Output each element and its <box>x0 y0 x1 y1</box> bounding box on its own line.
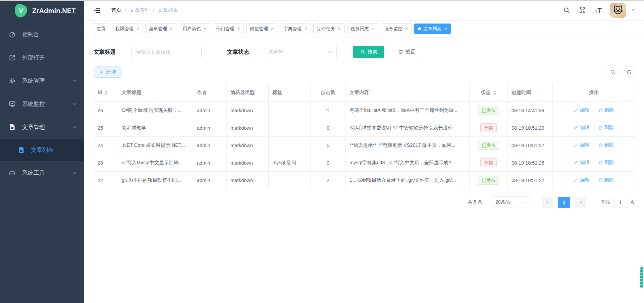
sidebar-item-label: 系统工具 <box>22 169 45 177</box>
reset-button[interactable]: 重置 <box>392 46 421 58</box>
article-title-input[interactable] <box>131 46 202 58</box>
fullscreen-icon[interactable] <box>579 7 586 14</box>
tab-menu[interactable]: 菜单管理✕ <box>145 24 176 34</box>
breadcrumb-article-list[interactable]: 文章列表 <box>158 7 178 13</box>
sort-icon[interactable] <box>493 90 496 95</box>
plus-icon: ＋ <box>99 69 104 75</box>
sidebar-item-article-list[interactable]: 文章列表 <box>0 139 84 161</box>
column-header-status[interactable]: 状态 <box>470 83 508 102</box>
sidebar-item-label: 文章列表 <box>31 146 54 154</box>
close-icon[interactable]: ✕ <box>136 27 139 31</box>
main-area: 首页 / 文章管理 / 文章列表 TT 🐱 首页 权限管理✕ 菜单管理 <box>84 0 644 208</box>
prev-page-button[interactable] <box>542 197 553 208</box>
pencil-icon <box>574 108 578 113</box>
edit-button[interactable]: 编辑 <box>574 177 589 183</box>
logo-icon: V <box>15 4 27 17</box>
sidebar-item-external-open[interactable]: 外部打开 <box>0 46 84 69</box>
sidebar-item-label: 系统管理 <box>22 77 45 85</box>
status-badge: 已发布 <box>478 141 499 150</box>
trash-icon <box>598 160 603 165</box>
sidebar-item-label: 系统监控 <box>22 100 45 108</box>
font-size-icon[interactable]: TT <box>595 7 602 14</box>
close-icon[interactable]: ✕ <box>203 27 206 31</box>
sidebar-item-system-tools[interactable]: 系统工具 <box>0 161 84 184</box>
close-icon[interactable]: ✕ <box>405 27 408 31</box>
gear-icon <box>9 77 16 84</box>
tab-permission[interactable]: 权限管理✕ <box>112 24 143 34</box>
sidebar-item-system-management[interactable]: 系统管理 <box>0 69 84 92</box>
app-title: ZrAdmin.NET <box>32 7 76 15</box>
search-button[interactable]: 搜索 <box>353 46 384 58</box>
edit-button[interactable]: 编辑 <box>574 125 589 131</box>
sidebar-item-dashboard[interactable]: 控制台 <box>0 23 84 46</box>
sidebar-item-label: 外部打开 <box>22 54 45 61</box>
delete-button[interactable]: 删除 <box>598 107 614 113</box>
refresh-button[interactable] <box>623 66 635 78</box>
page-size-select[interactable]: 20条/页 <box>490 197 531 208</box>
edit-button[interactable]: 编辑 <box>574 107 589 113</box>
next-page-button[interactable] <box>575 197 586 208</box>
breadcrumb-home[interactable]: 首页 <box>111 7 121 13</box>
close-icon[interactable]: ✕ <box>170 27 173 31</box>
breadcrumb: 首页 / 文章管理 / 文章列表 <box>111 7 178 13</box>
page-content: 文章标题 文章状态 请选择 搜索 重置 <box>84 46 644 208</box>
column-header-actions: 操作 <box>553 83 635 102</box>
tab-service-monitor[interactable]: 服务监控✕ <box>381 24 412 34</box>
edit-button[interactable]: 编辑 <box>574 160 589 166</box>
tab-post[interactable]: 岗位管理✕ <box>246 24 277 34</box>
table-header-row: id 文章标题 作者 编辑器类型 标签 点击量 文章内容 状态 创建时间 操作 <box>94 83 635 102</box>
breadcrumb-separator: / <box>125 7 126 13</box>
close-icon[interactable]: ✕ <box>372 27 375 31</box>
page-number-button[interactable]: 1 <box>558 197 570 208</box>
table-row: 25 羽毛球教学 admin markdown 0 #羽毛球拍参数说明 ## 中… <box>94 119 635 137</box>
delete-button[interactable]: 删除 <box>598 142 614 148</box>
table-row: 24 .NET Core 发布时提示.NET... admin markdown… <box>94 137 635 154</box>
close-icon[interactable]: ✕ <box>237 27 240 31</box>
chevron-down-icon <box>72 170 77 175</box>
close-icon[interactable]: ✕ <box>338 27 341 31</box>
article-status-select[interactable]: 请选择 <box>264 46 337 58</box>
column-header-hits: 点击量 <box>311 83 346 102</box>
status-badge: 已发布 <box>478 106 499 115</box>
tab-dictionary[interactable]: 字典管理✕ <box>280 24 311 34</box>
monitor-icon <box>9 100 16 107</box>
tab-department[interactable]: 部门管理✕ <box>213 24 244 34</box>
tab-scheduled-task[interactable]: 定时任务✕ <box>313 24 344 34</box>
search-icon <box>360 49 365 54</box>
menu-fold-button[interactable] <box>93 7 101 14</box>
scrollbar-thumb[interactable] <box>640 267 643 288</box>
add-button[interactable]: ＋ 新增 <box>94 67 121 78</box>
column-header-content: 文章内容 <box>346 83 470 102</box>
close-icon[interactable]: ✕ <box>271 27 274 31</box>
close-icon[interactable]: ✕ <box>444 27 447 31</box>
pencil-icon <box>574 160 578 165</box>
sidebar-item-article-management[interactable]: 文章管理 <box>0 116 84 139</box>
tab-article-list[interactable]: 文章列表✕ <box>414 24 451 34</box>
delete-button[interactable]: 删除 <box>598 177 614 183</box>
column-header-id[interactable]: id <box>94 83 118 102</box>
table-row: 23 c#写入Mysql中文显示乱码 ... admin markdown my… <box>94 154 635 172</box>
tab-task-log[interactable]: 任务日志✕ <box>347 24 378 34</box>
table-row: 22 git 为不同的项目设置不同... admin markdown 2 1，… <box>94 172 635 189</box>
goto-page-input[interactable] <box>613 197 627 208</box>
sidebar-submenu: 文章列表 <box>0 139 84 161</box>
caret-down-icon[interactable] <box>631 8 635 12</box>
sort-icon[interactable] <box>104 90 108 95</box>
status-badge: 草稿 <box>480 123 497 132</box>
pencil-icon <box>574 178 578 182</box>
edit-button[interactable]: 编辑 <box>574 142 589 148</box>
delete-button[interactable]: 删除 <box>598 125 614 131</box>
tab-user-role[interactable]: 用户角色✕ <box>179 24 210 34</box>
search-icon[interactable] <box>563 7 570 14</box>
tab-home[interactable]: 首页 <box>93 24 109 34</box>
sidebar-item-label: 控制台 <box>22 31 39 38</box>
close-icon[interactable]: ✕ <box>304 27 307 31</box>
app-logo[interactable]: V ZrAdmin.NET <box>0 0 84 21</box>
delete-button[interactable]: 删除 <box>598 160 614 166</box>
avatar[interactable]: 🐱 <box>610 3 626 18</box>
status-badge: 已发布 <box>478 176 499 185</box>
breadcrumb-article-management[interactable]: 文章管理 <box>129 7 150 13</box>
sidebar-item-system-monitor[interactable]: 系统监控 <box>0 92 84 116</box>
article-table: id 文章标题 作者 编辑器类型 标签 点击量 文章内容 状态 创建时间 操作 … <box>94 83 635 189</box>
show-search-button[interactable] <box>607 66 619 78</box>
